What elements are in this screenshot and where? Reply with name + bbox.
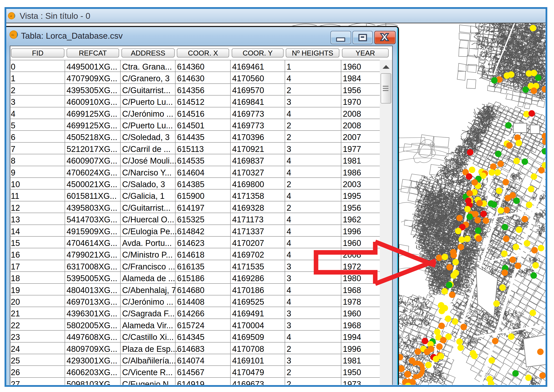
- svg-text:iis: iis: [11, 33, 14, 36]
- svg-text:ui: ui: [10, 15, 12, 17]
